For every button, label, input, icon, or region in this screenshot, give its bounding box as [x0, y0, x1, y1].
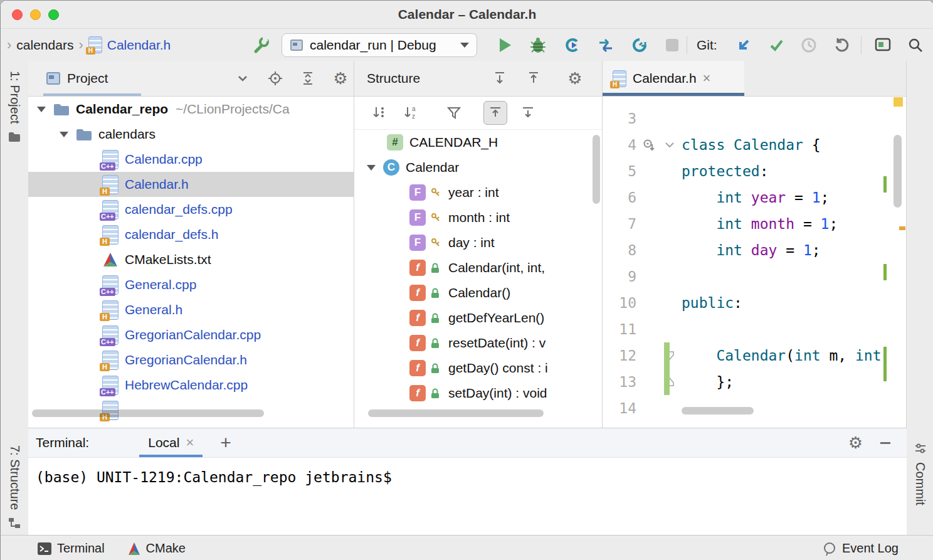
tool-button-structure[interactable]: 7: Structure	[1, 445, 28, 529]
filter-button[interactable]	[442, 101, 466, 125]
filter-funnel-icon	[446, 105, 462, 121]
structure-row-field[interactable]: year : int	[354, 180, 603, 205]
view-options-button[interactable]	[230, 66, 255, 91]
project-settings-button[interactable]	[328, 66, 353, 91]
structure-row-method[interactable]: getDefYearLen()	[354, 305, 603, 330]
method-icon	[409, 385, 426, 401]
git-commit-button[interactable]	[764, 33, 788, 57]
terminal-tab-local[interactable]: Local	[139, 428, 203, 457]
minimize-window-button[interactable]	[30, 9, 41, 20]
cpp-badge	[100, 288, 115, 296]
structure-label: day : int	[448, 235, 495, 250]
build-hammer-icon[interactable]	[249, 33, 273, 57]
git-history-button[interactable]	[797, 33, 821, 57]
locate-file-button[interactable]	[263, 66, 288, 91]
subclass-marker-icon[interactable]	[636, 138, 662, 152]
field-icon	[409, 235, 426, 251]
coverage-button[interactable]	[560, 33, 584, 57]
editor-tab[interactable]: Calendar.h	[603, 61, 744, 96]
close-icon[interactable]	[186, 435, 194, 451]
collapse-all-button[interactable]	[521, 66, 546, 91]
structure-vertical-scrollbar[interactable]	[593, 135, 600, 204]
line-number: 11	[603, 321, 636, 337]
structure-horizontal-scrollbar[interactable]	[368, 409, 544, 417]
concurrency-button[interactable]	[594, 33, 618, 57]
hide-panel-button[interactable]	[880, 442, 890, 444]
expand-arrow-icon[interactable]	[37, 107, 46, 112]
error-stripe-status[interactable]	[893, 97, 903, 107]
code-line: 3	[603, 105, 907, 132]
structure-row-method[interactable]: getDay() const : i	[354, 356, 603, 381]
profiler-button[interactable]	[628, 33, 651, 57]
structure-row-class[interactable]: Calendar	[354, 155, 603, 180]
run-button[interactable]	[493, 33, 517, 57]
method-icon	[409, 360, 426, 376]
tree-label: calendar_defs.h	[125, 227, 218, 242]
tree-row-file[interactable]: Calendar.cpp	[28, 147, 354, 172]
structure-row-method[interactable]: Calendar(int, int,	[354, 255, 603, 280]
terminal-toolbar-button[interactable]	[871, 33, 895, 57]
breadcrumb-file[interactable]: Calendar.h	[107, 38, 171, 53]
search-everywhere-button[interactable]	[904, 33, 927, 57]
structure-label: getDefYearLen()	[448, 310, 544, 325]
tree-row-file[interactable]: calendar_defs.cpp	[28, 197, 354, 222]
breadcrumb-folder[interactable]: calendars	[16, 38, 73, 53]
code-text: class Calendar {	[678, 137, 821, 153]
tool-button-project[interactable]: 1: Project	[1, 71, 28, 142]
profiler-icon	[631, 36, 648, 54]
structure-row-field[interactable]: day : int	[354, 230, 603, 255]
editor-vertical-scrollbar[interactable]	[893, 135, 902, 208]
tree-row-file[interactable]: General.cpp	[28, 272, 354, 297]
tree-row-root[interactable]: Calendar_repo ~/CLionProjects/Ca	[28, 97, 354, 122]
tree-row-folder[interactable]: calendars	[28, 122, 354, 147]
structure-row-method[interactable]: Calendar()	[354, 280, 603, 305]
expand-all-button[interactable]	[487, 66, 512, 91]
code-area[interactable]: 3 4 class Calendar { 5 protected:	[603, 97, 907, 421]
terminal-settings-button[interactable]	[848, 435, 863, 452]
structure-row-field[interactable]: month : int	[354, 205, 603, 230]
structure-row-method[interactable]: setDay(int) : void	[354, 381, 603, 406]
fold-icon[interactable]	[662, 141, 678, 149]
debug-button[interactable]	[526, 33, 550, 57]
event-log-icon	[822, 541, 837, 556]
structure-row-define[interactable]: CALENDAR_H	[354, 130, 603, 155]
structure-label: Calendar()	[448, 285, 510, 300]
autoscroll-to-source-button[interactable]	[483, 101, 507, 125]
editor-tabbar: Calendar.h	[603, 61, 907, 97]
new-session-button[interactable]	[220, 432, 231, 453]
close-window-button[interactable]	[12, 9, 23, 20]
structure-settings-button[interactable]	[562, 66, 588, 91]
tree-row-file-selected[interactable]: Calendar.h	[28, 172, 354, 197]
project-horizontal-scrollbar[interactable]	[32, 409, 264, 417]
expand-arrow-icon[interactable]	[367, 165, 376, 171]
git-rollback-button[interactable]	[830, 33, 853, 57]
search-icon	[907, 36, 924, 54]
editor-horizontal-scrollbar[interactable]	[682, 407, 754, 415]
event-log-button[interactable]: Event Log	[822, 541, 899, 556]
h-file-icon	[88, 36, 102, 53]
change-stripe-mark	[883, 176, 887, 193]
run-config-select[interactable]: calendar_run | Debug	[282, 33, 477, 57]
tool-button-commit[interactable]: Commit	[907, 442, 933, 505]
tree-row-file[interactable]: calendar_defs.h	[28, 222, 354, 247]
structure-row-method[interactable]: resetDate(int) : v	[354, 330, 603, 356]
sort-alphabetically-button[interactable]: az	[398, 101, 422, 125]
tree-label: General.cpp	[125, 277, 196, 292]
sort-by-visibility-button[interactable]	[367, 101, 391, 125]
tree-row-file[interactable]: HebrewCalendar.cpp	[28, 372, 354, 398]
tree-row-file[interactable]: General.h	[28, 297, 354, 322]
tree-row-file[interactable]: CMakeLists.txt	[28, 247, 354, 272]
autoscroll-from-source-button[interactable]	[516, 101, 540, 125]
terminal-statusbar-button[interactable]: Terminal	[37, 541, 105, 556]
expand-arrow-icon[interactable]	[60, 132, 68, 137]
code-line: 10 public:	[603, 290, 907, 316]
cmake-statusbar-button[interactable]: CMake	[127, 541, 186, 556]
zoom-window-button[interactable]	[48, 9, 59, 20]
stop-button[interactable]	[660, 33, 684, 57]
git-update-button[interactable]	[732, 33, 756, 57]
terminal-output[interactable]: (base) UNIT-1219:Calendar_repo jetbrains…	[28, 458, 907, 485]
close-icon[interactable]	[703, 70, 711, 87]
tree-row-file[interactable]: GregorianCalendar.cpp	[28, 322, 354, 347]
tree-row-file[interactable]: GregorianCalendar.h	[28, 347, 354, 372]
collapse-all-button[interactable]	[295, 66, 320, 91]
